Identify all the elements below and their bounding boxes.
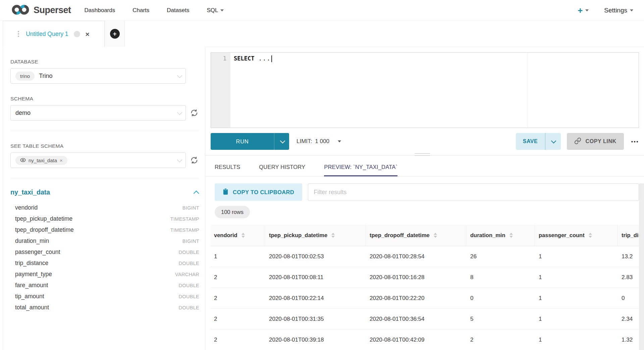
column-row: tpep_dropoff_datetimeTIMESTAMP: [10, 224, 199, 235]
cell: 2: [211, 330, 265, 350]
column-row: fare_amountDOUBLE: [10, 280, 199, 291]
sort-icon[interactable]: [331, 233, 335, 238]
table-schema-label: SEE TABLE SCHEMA: [10, 143, 205, 149]
results-toolbar: COPY TO CLIPBOARD: [215, 183, 639, 201]
header-trip-distance[interactable]: trip_distance: [618, 225, 639, 246]
caret-down-icon: [585, 9, 589, 11]
table-row: 2 2020-08-01T00:22:14 2020-08-01T00:22:2…: [211, 288, 639, 309]
new-tab-area: +: [105, 21, 125, 47]
header-tpep-pickup-datetime[interactable]: tpep_pickup_datetime: [265, 225, 366, 246]
clipboard-icon: [223, 188, 228, 196]
table-header-row: vendorid tpep_pickup_datetime tpep_dropo…: [211, 225, 639, 246]
sql-editor[interactable]: 1 SELECT ...: [211, 52, 639, 128]
nav-item-datasets[interactable]: Datasets: [167, 7, 189, 14]
cell: 2020-08-01T00:22:14: [265, 288, 366, 308]
add-tab-button[interactable]: +: [110, 29, 120, 39]
row-count-badge: 100 rows: [215, 206, 250, 218]
save-button-split: SAVE: [516, 133, 561, 150]
sql-code[interactable]: SELECT ...: [230, 53, 639, 128]
sort-icon[interactable]: [509, 233, 513, 238]
header-passenger-count[interactable]: passenger_count: [535, 225, 618, 246]
remove-table-icon[interactable]: ×: [60, 158, 63, 163]
cell: 0: [618, 288, 639, 308]
vertical-scrollbar[interactable]: [639, 183, 644, 350]
query-tabstrip: Untitled Query 1 × +: [0, 21, 644, 47]
cell: 2: [211, 309, 265, 329]
table-row: 1 2020-08-01T00:02:53 2020-08-01T00:28:5…: [211, 246, 639, 267]
results-tabs: RESULTS QUERY HISTORY PREVIEW: `NY_TAXI_…: [205, 158, 644, 177]
tab-drag-handle-icon[interactable]: [18, 31, 19, 37]
more-menu-icon[interactable]: •••: [631, 139, 639, 144]
tab-query-history[interactable]: QUERY HISTORY: [259, 164, 305, 176]
nav-item-sql[interactable]: SQL: [207, 7, 224, 14]
link-icon: [574, 137, 581, 146]
column-row: duration_minBIGINT: [10, 235, 199, 247]
column-row: passenger_countDOUBLE: [10, 247, 199, 258]
cell: 2020-08-01T00:31:35: [265, 309, 366, 329]
chevron-down-icon: [280, 138, 285, 143]
refresh-tables-icon[interactable]: [189, 155, 199, 165]
header-duration-min[interactable]: duration_min: [466, 225, 535, 246]
nav-links: Dashboards Charts Datasets SQL: [85, 7, 224, 14]
new-item-dropdown[interactable]: +: [578, 6, 589, 15]
sql-lab-main: 1 SELECT ... RUN LIMIT: 1 000 SAVE: [205, 47, 644, 350]
column-row: tpep_pickup_datetimeTIMESTAMP: [10, 213, 199, 224]
eye-icon: [20, 158, 26, 163]
save-options-button[interactable]: [545, 133, 561, 150]
sidebar-divider: [10, 131, 199, 131]
query-tab-active[interactable]: Untitled Query 1 ×: [3, 21, 105, 47]
table-schema-select[interactable]: ny_taxi_data ×: [10, 152, 186, 168]
nav-right: + Settings: [578, 6, 633, 15]
query-status-dot: [74, 31, 80, 37]
cell: 2020-08-01T00:16:28: [366, 267, 466, 288]
text-cursor: [271, 55, 272, 62]
run-button[interactable]: RUN: [211, 133, 274, 150]
cell: 2020-08-01T00:02:53: [265, 246, 366, 267]
schema-label: SCHEMA: [10, 96, 205, 102]
caret-down-icon: [220, 9, 224, 11]
limit-value: 1 000: [315, 138, 329, 145]
header-vendorid[interactable]: vendorid: [211, 225, 265, 246]
database-select[interactable]: trino Trino: [10, 68, 186, 84]
editor-gutter: 1: [211, 53, 230, 128]
save-button[interactable]: SAVE: [516, 133, 545, 150]
table-name-heading[interactable]: ny_taxi_data: [10, 188, 50, 196]
cell: 1: [535, 330, 618, 350]
sort-icon[interactable]: [589, 233, 592, 238]
tab-preview-ny-taxi-data[interactable]: PREVIEW: `NY_TAXI_DATA`: [324, 164, 397, 176]
superset-logo[interactable]: Superset: [11, 3, 71, 17]
nav-item-charts[interactable]: Charts: [132, 7, 149, 14]
brand-name: Superset: [34, 5, 71, 15]
header-tpep-dropoff-datetime[interactable]: tpep_dropoff_datetime: [366, 225, 466, 246]
nav-item-dashboards[interactable]: Dashboards: [85, 7, 115, 14]
refresh-schema-icon[interactable]: [189, 108, 199, 118]
settings-menu[interactable]: Settings: [604, 7, 633, 14]
database-label: DATABASE: [10, 59, 205, 65]
chevron-down-icon: [177, 157, 182, 162]
cell: 2020-08-01T00:28:54: [366, 246, 466, 267]
pane-drag-handle-icon[interactable]: [415, 153, 430, 156]
caret-down-icon: [630, 9, 633, 11]
table-row: 2 2020-08-01T00:31:35 2020-08-01T00:36:5…: [211, 309, 639, 330]
schema-select[interactable]: demo: [10, 105, 186, 121]
query-tab-title: Untitled Query 1: [26, 31, 68, 38]
chevron-up-icon[interactable]: [194, 190, 199, 196]
limit-dropdown[interactable]: LIMIT: 1 000: [297, 138, 341, 145]
sidebar-divider: [10, 178, 199, 178]
sort-icon[interactable]: [434, 233, 437, 238]
cell: 2.34: [618, 309, 639, 329]
table-row: 2 2020-08-01T00:39:18 2020-08-01T00:42:0…: [211, 330, 639, 350]
copy-link-button[interactable]: COPY LINK: [567, 133, 624, 150]
top-navbar: Superset Dashboards Charts Datasets SQL …: [0, 0, 644, 21]
close-tab-icon[interactable]: ×: [86, 31, 90, 38]
filter-results-input[interactable]: [308, 183, 639, 201]
cell: 2020-08-01T00:08:11: [265, 267, 366, 288]
copy-to-clipboard-button[interactable]: COPY TO CLIPBOARD: [215, 183, 302, 201]
cell: 2: [211, 288, 265, 308]
sql-lab-sidebar: DATABASE trino Trino SCHEMA demo SEE TAB: [3, 47, 205, 350]
column-row: vendoridBIGINT: [10, 202, 199, 213]
table-schema-chip: ny_taxi_data ×: [15, 156, 67, 165]
tab-results[interactable]: RESULTS: [215, 164, 240, 176]
run-options-button[interactable]: [274, 133, 289, 150]
sort-icon[interactable]: [241, 233, 245, 238]
